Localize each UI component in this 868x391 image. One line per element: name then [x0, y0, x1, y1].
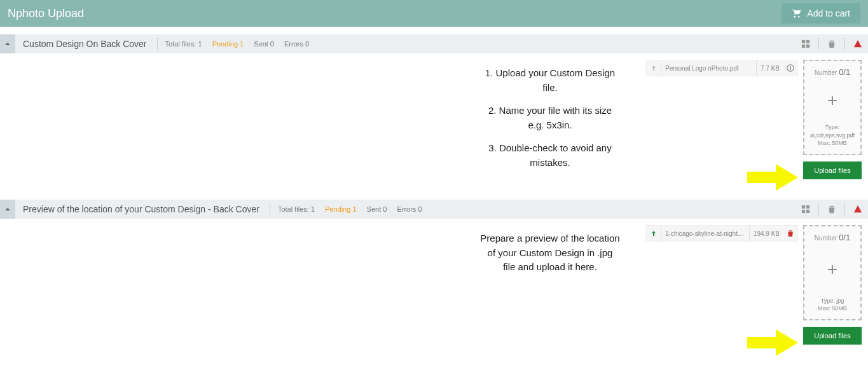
instruction-line: 2. Name your file with its size e.g. 5x3…: [480, 104, 620, 132]
warning-icon[interactable]: [849, 35, 867, 53]
plus-icon: +: [827, 259, 837, 280]
file-row: 1-chicago-skyline-at-night-paul-ve... 19…: [645, 225, 798, 242]
instruction-line: 1. Upload your Custom Design file.: [480, 66, 620, 95]
instruction-line: Prepare a preview of the location of you…: [480, 231, 620, 275]
dropzone-count: Number 0/1: [815, 233, 850, 242]
file-name: 1-chicago-skyline-at-night-paul-ve...: [661, 230, 749, 237]
instructions: 1. Upload your Custom Design file. 2. Na…: [6, 60, 645, 179]
upload-files-button[interactable]: Upload files: [803, 161, 862, 179]
svg-rect-0: [802, 40, 805, 43]
file-list: 1-chicago-skyline-at-night-paul-ve... 19…: [645, 225, 798, 345]
upload-section-1: Custom Design On Back Cover Total files:…: [0, 34, 868, 192]
svg-rect-1: [806, 40, 809, 43]
drop-zone[interactable]: Number 0/1 + Type: jpg Max: 50MB: [803, 225, 862, 320]
file-list: Personal Logo nPhoto.pdf 7.7 KB: [645, 60, 798, 179]
svg-rect-7: [802, 205, 805, 209]
svg-rect-8: [806, 205, 809, 209]
divider: [844, 38, 845, 50]
divider: [818, 203, 819, 215]
section-title: Custom Design On Back Cover: [15, 39, 155, 49]
section-header: Custom Design On Back Cover Total files:…: [0, 34, 868, 53]
file-row: Personal Logo nPhoto.pdf 7.7 KB: [645, 60, 798, 76]
stat-pending: Pending 1: [320, 205, 362, 213]
drop-zone[interactable]: Number 0/1 + Type: ai,cdr,eps,svg,pdf Ma…: [803, 60, 862, 155]
trash-icon[interactable]: [823, 35, 841, 53]
chevron-up-icon: [4, 206, 11, 212]
collapse-toggle[interactable]: [0, 34, 15, 53]
section-body: 1. Upload your Custom Design file. 2. Na…: [0, 53, 868, 192]
file-size: 7.7 KB: [756, 60, 783, 76]
svg-rect-5: [790, 67, 791, 70]
stat-sent: Sent 0: [362, 205, 392, 213]
stat-errors: Errors 0: [392, 205, 427, 213]
svg-rect-3: [806, 45, 809, 48]
pointer-arrow-icon: [747, 163, 798, 192]
instruction-line: 3. Double-check to avoid any mistakes.: [480, 141, 620, 170]
file-delete-button[interactable]: [783, 226, 797, 241]
stat-errors: Errors 0: [279, 40, 314, 48]
plus-icon: +: [827, 90, 837, 111]
section-body: Prepare a preview of the location of you…: [0, 219, 868, 357]
file-info-button[interactable]: [783, 60, 797, 76]
section-header: Preview of the location of your Custom D…: [0, 200, 868, 219]
divider: [844, 203, 845, 215]
warning-icon[interactable]: [849, 200, 867, 218]
svg-rect-2: [802, 45, 805, 48]
svg-rect-6: [790, 66, 791, 67]
divider: [270, 203, 270, 215]
instructions: Prepare a preview of the location of you…: [6, 225, 645, 345]
upload-files-button[interactable]: Upload files: [803, 327, 862, 345]
grid-icon[interactable]: [797, 200, 815, 218]
stat-sent: Sent 0: [249, 40, 279, 48]
add-to-cart-button[interactable]: Add to cart: [782, 3, 860, 24]
app-header: Nphoto Upload Add to cart: [0, 0, 868, 27]
file-size: 194.9 KB: [749, 226, 783, 241]
app-title: Nphoto Upload: [8, 7, 84, 20]
upload-status-icon: [646, 226, 661, 241]
stat-total: Total files: 1: [160, 40, 207, 48]
add-to-cart-label: Add to cart: [807, 8, 850, 18]
svg-rect-10: [806, 210, 809, 213]
dropzone-meta: Type: ai,cdr,eps,svg,pdf Max: 50MB: [810, 123, 855, 147]
pointer-arrow-icon: [747, 328, 798, 357]
dropzone-meta: Type: jpg Max: 50MB: [818, 297, 847, 313]
section-title: Preview of the location of your Custom D…: [15, 204, 267, 214]
collapse-toggle[interactable]: [0, 200, 15, 219]
stat-total: Total files: 1: [273, 205, 320, 213]
divider: [157, 38, 158, 50]
chevron-up-icon: [4, 41, 11, 47]
grid-icon[interactable]: [797, 35, 815, 53]
svg-rect-9: [802, 210, 805, 213]
cart-icon: [792, 8, 802, 18]
upload-section-2: Preview of the location of your Custom D…: [0, 200, 868, 357]
dropzone-count: Number 0/1: [815, 67, 850, 77]
trash-icon[interactable]: [823, 200, 841, 218]
divider: [818, 38, 819, 50]
stat-pending: Pending 1: [207, 40, 249, 48]
file-name: Personal Logo nPhoto.pdf: [661, 65, 756, 72]
upload-status-icon: [646, 60, 661, 76]
